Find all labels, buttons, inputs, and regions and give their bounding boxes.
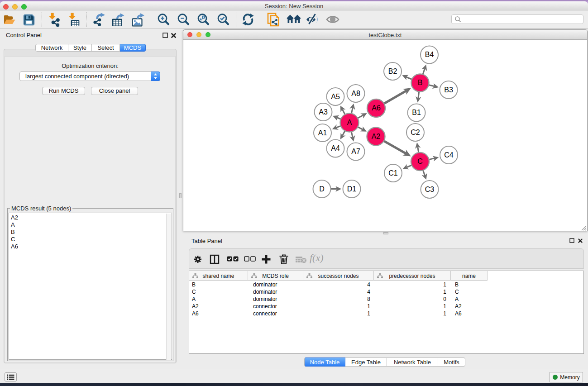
svg-text:A6: A6: [372, 104, 381, 112]
svg-text:C4: C4: [444, 151, 454, 159]
svg-text:A7: A7: [351, 148, 360, 155]
svg-text:C: C: [417, 157, 423, 165]
svg-text:B3: B3: [444, 86, 453, 94]
svg-text:B1: B1: [412, 109, 421, 116]
svg-text:A: A: [347, 119, 352, 126]
svg-text:A8: A8: [351, 90, 360, 97]
svg-text:B2: B2: [388, 67, 397, 75]
svg-text:B4: B4: [425, 51, 434, 58]
svg-text:A1: A1: [318, 129, 327, 137]
svg-text:D: D: [319, 185, 325, 193]
svg-text:C3: C3: [425, 186, 435, 193]
svg-text:A5: A5: [331, 93, 340, 100]
svg-text:A2: A2: [372, 133, 381, 140]
svg-text:A4: A4: [331, 144, 340, 152]
svg-text:A3: A3: [319, 108, 328, 116]
svg-text:B: B: [418, 79, 423, 86]
svg-text:D1: D1: [347, 185, 357, 193]
svg-text:C1: C1: [388, 169, 398, 177]
svg-text:C2: C2: [411, 129, 420, 136]
